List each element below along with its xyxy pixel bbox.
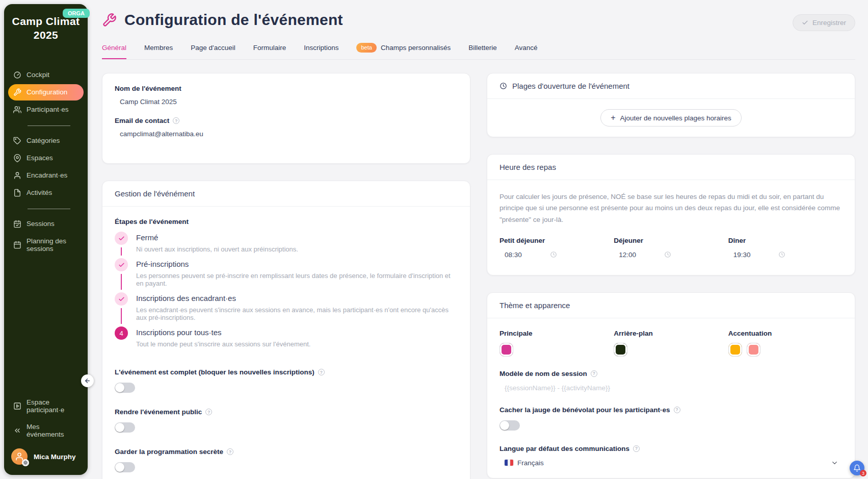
sidebar-item-label: Activités: [27, 189, 52, 196]
step-title: Pré-inscriptions: [136, 258, 458, 268]
wrench-icon: [102, 13, 117, 28]
calendar-check-icon: [13, 220, 21, 228]
avatar: [11, 448, 28, 465]
clock-icon[interactable]: [664, 251, 671, 258]
tab-membres[interactable]: Membres: [144, 44, 173, 58]
tag-icon: [13, 137, 21, 145]
help-icon[interactable]: ?: [633, 445, 640, 452]
step-number-badge[interactable]: 4: [115, 326, 128, 340]
step-title: Fermé: [136, 232, 298, 242]
help-icon[interactable]: ?: [591, 370, 597, 377]
event-name-input[interactable]: Camp Climat 2025: [115, 92, 458, 106]
repas-card: Heure des repas Pour calculer les jours …: [487, 154, 855, 275]
help-icon[interactable]: ?: [205, 409, 212, 415]
step-check-icon[interactable]: [115, 232, 128, 245]
tab-champs-personnalises[interactable]: beta Champs personnalisés: [356, 43, 451, 59]
hide-gauge-toggle[interactable]: [499, 420, 520, 431]
plages-card: Plages d'ouverture de l'événement + Ajou…: [487, 73, 855, 137]
sidebar-item-activites[interactable]: Activités: [8, 185, 84, 201]
sidebar-nav-footer: Espace participant·e Mes événements: [4, 394, 88, 443]
notification-count-badge: 3: [860, 470, 866, 476]
users-icon: [13, 106, 21, 114]
sidebar-footer: Espace participant·e Mes événements Mica…: [4, 394, 88, 475]
secret-program-toggle[interactable]: [115, 462, 135, 472]
accent-color-swatch-2[interactable]: [747, 343, 760, 357]
dinner-time-input[interactable]: 19:30: [733, 251, 751, 259]
page-title-text: Configuration de l'événement: [124, 11, 343, 29]
clock-icon[interactable]: [778, 251, 785, 258]
step-description: Les encadrant·es peuvent s'inscrire aux …: [136, 302, 458, 326]
sidebar-divider: [28, 209, 70, 209]
theme-colors-row: Principale Arrière-plan: [499, 330, 843, 357]
event-name-label: Nom de l'événement: [115, 85, 458, 92]
hide-gauge-label: Cacher la jauge de bénévolat pour les pa…: [499, 406, 670, 414]
lunch-time-input[interactable]: 12:00: [619, 251, 636, 259]
step-connector: [121, 274, 122, 290]
notifications-button[interactable]: 3: [850, 461, 864, 475]
sidebar-nav-main: Cockpit Configuration Participant·es: [4, 67, 88, 119]
tab-formulaire[interactable]: Formulaire: [253, 44, 286, 58]
user-menu[interactable]: Mica Murphy: [4, 443, 88, 472]
tab-general[interactable]: Général: [102, 44, 126, 59]
tab-billetterie[interactable]: Billetterie: [468, 44, 497, 58]
contact-email-input[interactable]: campclimat@alternatiba.eu: [115, 124, 458, 138]
sidebar-item-configuration[interactable]: Configuration: [8, 84, 84, 100]
save-button[interactable]: Enregistrer: [793, 14, 855, 31]
principale-label: Principale: [499, 330, 614, 337]
french-flag-icon: [505, 460, 513, 466]
user-icon: [13, 171, 21, 180]
event-public-label: Rendre l'événement public: [115, 408, 202, 416]
arriere-plan-color-swatch[interactable]: [614, 343, 627, 357]
sidebar-item-participants[interactable]: Participant·es: [8, 102, 84, 118]
secret-program-label: Garder la programmation secrète: [115, 448, 223, 456]
page-title: Configuration de l'événement: [102, 11, 343, 29]
accent-color-swatch-1[interactable]: [728, 343, 742, 357]
add-time-slots-button[interactable]: + Ajouter de nouvelles plages horaires: [600, 109, 742, 127]
user-name: Mica Murphy: [34, 453, 76, 461]
event-full-toggle[interactable]: [115, 383, 135, 393]
step-check-icon[interactable]: [115, 258, 128, 271]
dinner-label: Dîner: [728, 237, 843, 244]
tab-page-accueil[interactable]: Page d'accueil: [191, 44, 235, 58]
map-pin-icon: [13, 154, 21, 162]
help-icon[interactable]: ?: [173, 117, 179, 124]
sidebar-item-label: Espaces: [27, 154, 53, 162]
breakfast-label: Petit déjeuner: [499, 237, 614, 244]
arriere-plan-color-group: Arrière-plan: [614, 330, 728, 357]
wrench-icon: [13, 88, 21, 96]
chevron-down-icon: [831, 459, 838, 467]
step-connector: [121, 308, 122, 324]
sidebar-item-planning-sessions[interactable]: Planning des sessions: [8, 233, 84, 257]
dinner-field: Dîner 19:30: [728, 237, 843, 264]
help-icon[interactable]: ?: [674, 407, 680, 413]
tab-avance[interactable]: Avancé: [515, 44, 538, 58]
repas-card-title: Heure des repas: [499, 163, 556, 171]
breakfast-time-input[interactable]: 08:30: [505, 251, 522, 259]
language-select[interactable]: Français: [499, 459, 843, 467]
theme-card: Thème et apparence Principale Arriè: [487, 292, 855, 478]
sidebar-item-sessions[interactable]: Sessions: [8, 216, 84, 232]
clock-icon[interactable]: [550, 251, 557, 258]
help-icon[interactable]: ?: [318, 369, 325, 375]
tab-inscriptions[interactable]: Inscriptions: [304, 44, 338, 58]
sidebar-item-encadrants[interactable]: Encadrant·es: [8, 167, 84, 184]
sidebar-item-espace-participant[interactable]: Espace participant·e: [8, 394, 84, 418]
event-public-toggle[interactable]: [115, 422, 135, 433]
lunch-field: Déjeuner 12:00: [614, 237, 728, 264]
sidebar-item-label: Cockpit: [27, 71, 49, 79]
page-header: Configuration de l'événement Enregistrer: [102, 0, 855, 31]
step-check-icon[interactable]: [115, 292, 128, 306]
sidebar-item-cockpit[interactable]: Cockpit: [8, 67, 84, 83]
step-title: Inscriptions pour tous·tes: [136, 326, 310, 337]
help-icon[interactable]: ?: [227, 448, 233, 455]
breakfast-field: Petit déjeuner 08:30: [499, 237, 614, 264]
language-value: Français: [517, 459, 544, 467]
sidebar-item-espaces[interactable]: Espaces: [8, 150, 84, 166]
default-language-field: Langue par défaut des communications ? F…: [499, 445, 843, 467]
principale-color-swatch[interactable]: [499, 343, 513, 357]
session-template-input[interactable]: {{sessionName}} - {{activityName}}: [499, 377, 843, 392]
sidebar-collapse-button[interactable]: [81, 374, 94, 387]
gestion-card-title: Gestion de l'événément: [115, 189, 195, 198]
sidebar-item-categories[interactable]: Catégories: [8, 133, 84, 149]
sidebar-item-mes-evenements[interactable]: Mes événements: [8, 419, 84, 442]
